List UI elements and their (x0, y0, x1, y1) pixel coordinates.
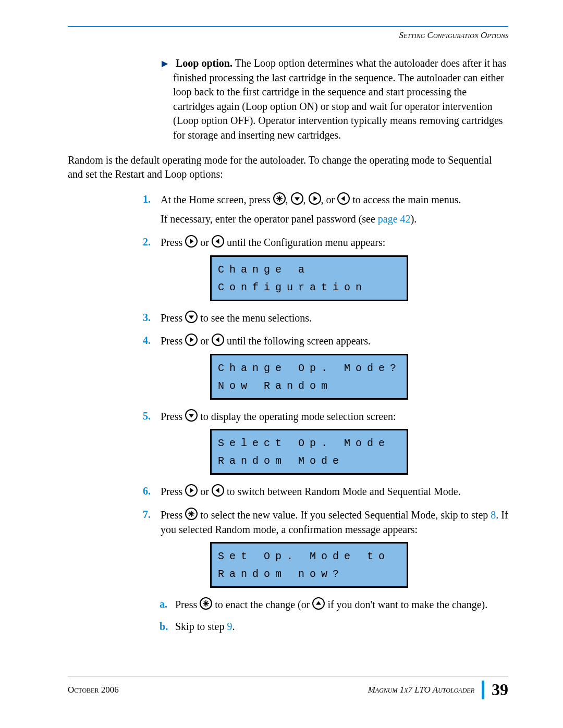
text: . (232, 621, 235, 632)
text: to access the main menus. (350, 194, 461, 205)
lcd-line: Change a (218, 264, 310, 276)
text: until the Configuration menu appears: (224, 237, 385, 248)
step-9-link[interactable]: 9 (227, 621, 232, 632)
text: or (198, 237, 212, 248)
enter-icon (200, 597, 212, 610)
lcd-line: Random now? (218, 568, 344, 580)
enter-icon (185, 508, 198, 520)
lcd-screen-change-op: Change Op. Mode? Now Random (210, 354, 408, 400)
footer-divider (482, 681, 484, 699)
page: Setting Configuration Options ▶ Loop opt… (0, 0, 563, 728)
text: At the Home screen, press (161, 194, 273, 205)
text: , or (321, 194, 338, 205)
text: Press (161, 411, 185, 422)
footer-row: October 2006 Magnum 1x7 LTO Autoloader 3… (68, 680, 508, 699)
step-1: At the Home screen, press , , , or to ac… (146, 192, 508, 227)
step-1-note: If necessary, enter the operator panel p… (161, 212, 508, 227)
lcd-line: Change Op. Mode? (218, 362, 401, 374)
step-7-substeps: Press to enact the change (or if you don… (161, 597, 508, 634)
lcd-screen-set-op: Set Op. Mode to Random now? (210, 542, 408, 588)
text: or (198, 486, 212, 497)
section-header: Setting Configuration Options (68, 30, 508, 41)
loop-option-paragraph: ▶ Loop option. The Loop option determine… (146, 56, 508, 143)
content-body: ▶ Loop option. The Loop option determine… (68, 56, 508, 634)
page-42-link[interactable]: page 42 (378, 213, 411, 225)
step-6: Press or to switch between Random Mode a… (146, 484, 508, 499)
text: , (303, 194, 309, 205)
footer: October 2006 Magnum 1x7 LTO Autoloader 3… (68, 672, 508, 699)
lcd-line: Set Op. Mode to (218, 550, 390, 562)
text: If necessary, enter the operator panel p… (161, 213, 378, 225)
step-5: Press to display the operating mode sele… (146, 409, 508, 475)
step-4: Press or until the following screen appe… (146, 334, 508, 400)
down-arrow-icon (185, 409, 198, 422)
lcd-screen-config: Change a Configuration (210, 255, 408, 301)
text: if you don't want to make the change). (325, 599, 487, 610)
left-arrow-icon (212, 334, 224, 346)
footer-right: Magnum 1x7 LTO Autoloader 39 (368, 680, 508, 699)
step-7a: Press to enact the change (or if you don… (161, 597, 508, 612)
text: to see the menu selections. (198, 312, 312, 324)
step-7b: Skip to step 9. (161, 620, 508, 634)
down-arrow-icon (291, 192, 303, 205)
text: , (286, 194, 291, 205)
right-arrow-icon (185, 484, 198, 497)
left-arrow-icon (337, 192, 350, 205)
text: Skip to step (175, 621, 227, 632)
left-arrow-icon (212, 235, 224, 248)
bullet-arrow-icon: ▶ (162, 58, 173, 69)
lcd-line: Now Random (218, 380, 333, 392)
step-7: Press to select the new value. If you se… (146, 508, 508, 634)
text: Press (175, 599, 200, 610)
step-8-link[interactable]: 8 (491, 509, 496, 521)
footer-date: October 2006 (68, 685, 119, 695)
loop-option-label: Loop option. (176, 57, 232, 69)
left-arrow-icon (212, 484, 224, 497)
footer-title: Magnum 1x7 LTO Autoloader (368, 685, 474, 695)
text: ). (411, 213, 417, 225)
right-arrow-icon (185, 334, 198, 346)
steps-list: At the Home screen, press , , , or to ac… (146, 192, 508, 634)
text: Press (161, 335, 185, 347)
page-number: 39 (492, 680, 508, 699)
text: or (198, 335, 212, 347)
random-intro-paragraph: Random is the default operating mode for… (68, 153, 508, 182)
right-arrow-icon (309, 192, 321, 205)
text: to enact the change (or (212, 599, 312, 610)
text: until the following screen appears. (224, 335, 371, 347)
down-arrow-icon (185, 311, 198, 323)
lcd-line: Configuration (218, 281, 367, 293)
enter-icon (273, 192, 286, 205)
loop-option-text: The Loop option determines what the auto… (173, 57, 507, 141)
footer-rule (68, 676, 508, 676)
lcd-line: Random Mode (218, 455, 344, 467)
text: to display the operating mode selection … (198, 411, 396, 422)
text: to select the new value. If you selected… (198, 509, 491, 521)
text: to switch between Random Mode and Sequen… (224, 486, 461, 497)
lcd-line: Select Op. Mode (218, 437, 390, 449)
text: Press (161, 486, 185, 497)
header-rule (68, 26, 508, 27)
lcd-screen-select-op: Select Op. Mode Random Mode (210, 429, 408, 475)
step-3: Press to see the menu selections. (146, 311, 508, 326)
text: Press (161, 237, 185, 248)
right-arrow-icon (185, 235, 198, 248)
up-arrow-icon (312, 597, 325, 610)
step-2: Press or until the Configuration menu ap… (146, 235, 508, 301)
text: Press (161, 509, 185, 521)
text: Press (161, 312, 185, 324)
